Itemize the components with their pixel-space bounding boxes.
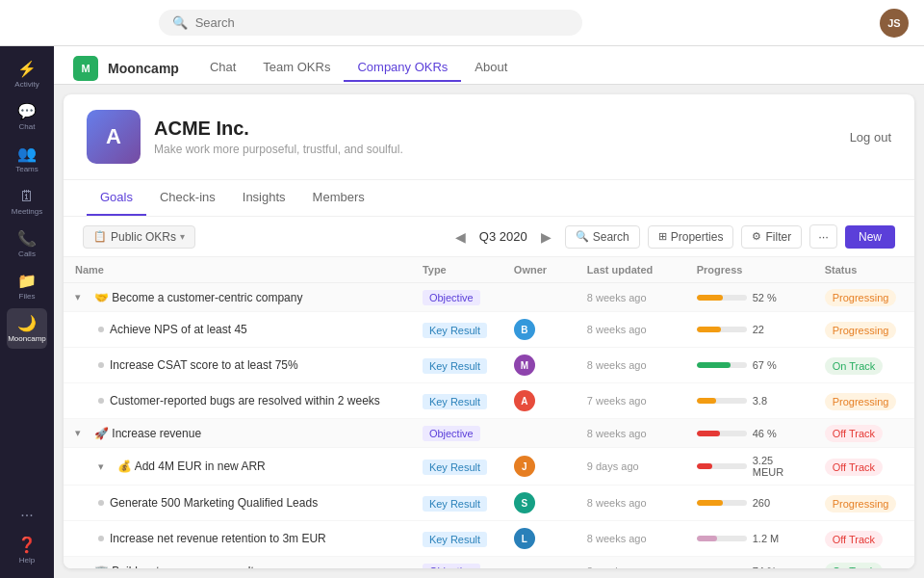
search-button[interactable]: 🔍 Search — [565, 225, 640, 249]
status-badge: Progressing — [825, 495, 897, 512]
sidebar-label-activity: Activity — [14, 80, 38, 89]
properties-icon: ⊞ — [658, 230, 667, 243]
chat-icon: 💬 — [17, 102, 37, 120]
progress-bar-fill — [697, 463, 712, 469]
col-name: Name — [64, 257, 411, 283]
tab-company-okrs[interactable]: Company OKRs — [344, 54, 461, 82]
sidebar-item-meetings[interactable]: 🗓 Meetings — [7, 181, 47, 222]
col-updated: Last updated — [576, 257, 685, 283]
sidebar: ⚡ Activity 💬 Chat 👥 Teams 🗓 Meetings 📞 C… — [0, 46, 54, 578]
quarter-next-button[interactable]: ▶ — [535, 227, 557, 247]
table-row: Customer-reported bugs are resolved with… — [64, 383, 914, 419]
search-icon: 🔍 — [172, 15, 188, 30]
sidebar-label-mooncamp: Mooncamp — [8, 334, 46, 343]
progress-cell: 52 % — [697, 292, 802, 303]
okr-tab-members[interactable]: Members — [299, 180, 378, 216]
type-badge: Key Result — [423, 323, 487, 338]
sidebar-label-help: Help — [19, 556, 35, 565]
row-bullet — [98, 536, 104, 541]
sidebar-item-files[interactable]: 📁 Files — [7, 266, 47, 306]
okr-panel: A ACME Inc. Make work more purposeful, t… — [64, 94, 914, 568]
search-input[interactable] — [195, 15, 569, 30]
user-avatar[interactable]: JS — [880, 9, 909, 38]
sidebar-item-chat[interactable]: 💬 Chat — [7, 96, 47, 137]
okr-table-container: Name Type Owner Last updated Progress St… — [64, 257, 914, 568]
row-name: Generate 500 Marketing Qualified Leads — [110, 496, 318, 510]
owner-avatar: L — [514, 528, 535, 549]
more-options-button[interactable]: ··· — [809, 224, 837, 249]
log-out-button[interactable]: Log out — [850, 130, 891, 144]
row-name: Increase net revenue retention to 3m EUR — [110, 532, 326, 545]
owner-avatar: J — [514, 456, 535, 477]
progress-bar-bg — [697, 536, 747, 541]
status-badge: On Track — [825, 563, 884, 568]
okr-toolbar: 📋 Public OKRs ▾ ◀ Q3 2020 ▶ 🔍 Search ⊞ P… — [64, 217, 914, 257]
sidebar-item-activity[interactable]: ⚡ Activity — [7, 54, 47, 94]
top-search-bar: 🔍 JS — [0, 0, 924, 46]
okr-tabs: Goals Check-ins Insights Members — [64, 180, 914, 217]
progress-bar-bg — [697, 295, 747, 301]
sidebar-item-teams[interactable]: 👥 Teams — [7, 139, 47, 179]
sidebar-item-help[interactable]: ❓ Help — [7, 530, 47, 570]
okr-tab-insights[interactable]: Insights — [229, 180, 299, 216]
public-okr-button[interactable]: 📋 Public OKRs ▾ — [83, 225, 195, 249]
progress-bar-fill — [697, 295, 723, 301]
progress-cell: 3.25 MEUR — [697, 455, 802, 478]
last-updated: 8 weeks ago — [576, 312, 685, 348]
row-name: Achieve NPS of at least 45 — [110, 323, 247, 336]
col-status: Status — [813, 257, 914, 283]
table-row: ▾🚀 Increase revenueObjective8 weeks ago4… — [64, 419, 914, 448]
row-bullet — [98, 327, 104, 332]
tab-team-okrs[interactable]: Team OKRs — [249, 54, 344, 82]
files-icon: 📁 — [17, 272, 37, 290]
row-name: 🏢 Build a strong company culture — [94, 565, 270, 569]
filter-button[interactable]: ⚙ Filter — [741, 225, 802, 249]
sidebar-item-mooncamp[interactable]: 🌙 Mooncamp — [7, 308, 47, 349]
table-row: ▾🏢 Build a strong company cultureObjecti… — [64, 557, 914, 569]
row-name: 🤝 Become a customer-centric company — [94, 291, 302, 304]
owner-avatar: B — [514, 319, 535, 340]
type-badge: Key Result — [423, 358, 487, 374]
expand-button[interactable]: ▾ — [98, 460, 112, 473]
progress-value: 67 % — [753, 359, 777, 371]
quarter-label: Q3 2020 — [479, 229, 527, 244]
okr-tab-goals[interactable]: Goals — [87, 180, 146, 216]
last-updated: 8 weeks ago — [576, 283, 685, 312]
type-badge: Key Result — [423, 532, 487, 547]
expand-button[interactable]: ▾ — [75, 291, 89, 303]
type-badge: Objective — [423, 290, 480, 305]
help-icon: ❓ — [17, 536, 37, 554]
progress-cell: 67 % — [697, 359, 802, 371]
search-icon2: 🔍 — [576, 230, 589, 243]
table-row: ▾💰 Add 4M EUR in new ARRKey ResultJ9 day… — [64, 448, 914, 486]
company-logo: A — [87, 110, 141, 164]
sidebar-item-more[interactable]: ··· — [7, 501, 47, 530]
sidebar-item-calls[interactable]: 📞 Calls — [7, 223, 47, 264]
company-tagline: Make work more purposeful, trustful, and… — [154, 143, 403, 156]
meetings-icon: 🗓 — [19, 188, 35, 205]
public-okr-label: Public OKRs — [111, 230, 176, 244]
okr-tab-checkins[interactable]: Check-ins — [146, 180, 229, 216]
progress-cell: 3.8 — [697, 395, 802, 407]
row-bullet — [98, 500, 104, 506]
progress-bar-bg — [697, 431, 747, 436]
tab-about[interactable]: About — [461, 54, 521, 82]
quarter-prev-button[interactable]: ◀ — [449, 227, 472, 247]
app-nav-header: M Mooncamp Chat Team OKRs Company OKRs A… — [54, 46, 924, 85]
new-button[interactable]: New — [845, 225, 895, 249]
owner-avatar: S — [514, 492, 535, 513]
status-badge: Progressing — [825, 322, 897, 339]
calls-icon: 📞 — [17, 229, 37, 248]
sidebar-label-calls: Calls — [18, 250, 36, 258]
sidebar-label-teams: Teams — [15, 165, 38, 173]
properties-button[interactable]: ⊞ Properties — [648, 225, 734, 249]
company-header: A ACME Inc. Make work more purposeful, t… — [64, 94, 914, 180]
expand-button[interactable]: ▾ — [75, 565, 89, 568]
col-progress: Progress — [685, 257, 813, 283]
page-content: M Mooncamp Chat Team OKRs Company OKRs A… — [54, 46, 924, 578]
tab-chat[interactable]: Chat — [196, 54, 249, 82]
progress-bar-bg — [697, 327, 747, 332]
expand-button[interactable]: ▾ — [75, 427, 89, 439]
table-row: ▾🤝 Become a customer-centric companyObje… — [64, 283, 914, 312]
progress-bar-fill — [697, 568, 733, 569]
